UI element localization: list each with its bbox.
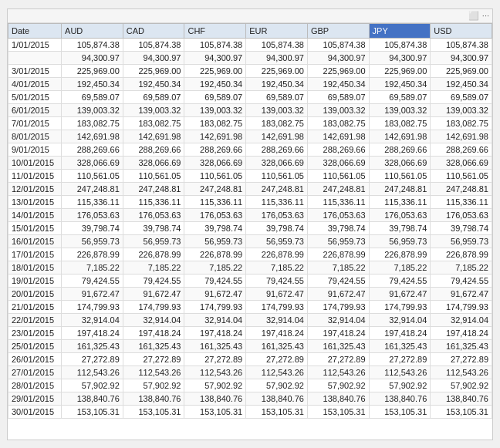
cell-28-6: 153,105.31 [369, 405, 431, 418]
cell-7-1: 142,691.98 [62, 130, 123, 143]
cell-18-6: 79,424.55 [369, 274, 431, 287]
cell-22-4: 197,418.24 [246, 326, 308, 339]
col-header-gbp[interactable]: GBP [307, 23, 369, 38]
cell-22-6: 197,418.24 [369, 326, 431, 339]
col-header-usd[interactable]: USD [431, 23, 492, 38]
cell-14-7: 39,798.74 [431, 221, 492, 234]
col-header-date[interactable]: Date [8, 23, 62, 38]
cell-27-3: 138,840.76 [184, 392, 246, 405]
cell-0-5: 105,874.38 [307, 38, 369, 51]
table-row: 6/01/2015139,003.32139,003.32139,003.321… [8, 103, 492, 116]
cell-17-2: 7,185.22 [123, 261, 184, 274]
cell-9-3: 328,066.69 [184, 156, 246, 169]
cell-26-1: 57,902.92 [62, 379, 123, 392]
cell-19-7: 91,672.47 [431, 287, 492, 300]
table-row: 29/01/2015138,840.76138,840.76138,840.76… [8, 392, 492, 405]
cell-6-4: 183,082.75 [246, 116, 308, 130]
col-header-aud[interactable]: AUD [62, 23, 123, 38]
cell-4-6: 69,589.07 [369, 90, 431, 103]
cell-28-5: 153,105.31 [307, 405, 369, 418]
cell-7-3: 142,691.98 [184, 130, 246, 143]
cell-14-6: 39,798.74 [369, 221, 431, 234]
cell-2-1: 225,969.00 [62, 64, 123, 77]
table-row: 23/01/2015197,418.24197,418.24197,418.24… [8, 326, 492, 339]
cell-11-2: 247,248.81 [123, 182, 184, 195]
cell-12-5: 115,336.11 [307, 195, 369, 208]
cell-5-1: 139,003.32 [62, 103, 123, 116]
col-header-chf[interactable]: CHF [184, 23, 246, 38]
cell-2-5: 225,969.00 [307, 64, 369, 77]
cell-21-0: 22/01/2015 [8, 313, 62, 326]
cell-20-3: 174,799.93 [184, 300, 246, 313]
col-header-cad[interactable]: CAD [123, 23, 184, 38]
table-row: 3/01/2015225,969.00225,969.00225,969.002… [8, 64, 492, 77]
cell-11-6: 247,248.81 [369, 182, 431, 195]
table-row: 18/01/20157,185.227,185.227,185.227,185.… [8, 261, 492, 274]
cell-10-1: 110,561.05 [62, 169, 123, 182]
cell-1-7: 94,300.97 [431, 51, 492, 64]
cell-7-4: 142,691.98 [246, 130, 308, 143]
cell-25-6: 112,543.26 [369, 365, 431, 379]
cell-19-5: 91,672.47 [307, 287, 369, 300]
cell-5-3: 139,003.32 [184, 103, 246, 116]
cell-6-2: 183,082.75 [123, 116, 184, 130]
cell-0-6: 105,874.38 [369, 38, 431, 51]
cell-7-5: 142,691.98 [307, 130, 369, 143]
cell-20-6: 174,799.93 [369, 300, 431, 313]
cell-23-5: 161,325.43 [307, 339, 369, 352]
cell-20-0: 21/01/2015 [8, 300, 62, 313]
cell-22-7: 197,418.24 [431, 326, 492, 339]
cell-2-7: 225,969.00 [431, 64, 492, 77]
cell-0-2: 105,874.38 [123, 38, 184, 51]
cell-19-2: 91,672.47 [123, 287, 184, 300]
scroll-wrapper[interactable]: DateAUDCADCHFEURGBPJPYUSD 1/01/2015105,8… [8, 23, 492, 440]
cell-2-0: 3/01/2015 [8, 64, 62, 77]
cell-10-0: 11/01/2015 [8, 169, 62, 182]
cell-14-2: 39,798.74 [123, 221, 184, 234]
cell-26-7: 57,902.92 [431, 379, 492, 392]
table-row: 25/01/2015161,325.43161,325.43161,325.43… [8, 339, 492, 352]
cell-8-1: 288,269.66 [62, 143, 123, 156]
cell-3-6: 192,450.34 [369, 77, 431, 90]
cell-16-5: 226,878.99 [307, 248, 369, 261]
cell-21-1: 32,914.04 [62, 313, 123, 326]
cell-24-0: 26/01/2015 [8, 352, 62, 365]
cell-18-7: 79,424.55 [431, 274, 492, 287]
table-row: 4/01/2015192,450.34192,450.34192,450.341… [8, 77, 492, 90]
cell-4-3: 69,589.07 [184, 90, 246, 103]
more-icon[interactable]: ··· [482, 11, 489, 21]
cell-10-6: 110,561.05 [369, 169, 431, 182]
cell-5-5: 139,003.32 [307, 103, 369, 116]
cell-17-6: 7,185.22 [369, 261, 431, 274]
cell-1-5: 94,300.97 [307, 51, 369, 64]
col-header-eur[interactable]: EUR [246, 23, 308, 38]
table-row: 10/01/2015328,066.69328,066.69328,066.69… [8, 156, 492, 169]
cell-0-0: 1/01/2015 [8, 38, 62, 51]
cell-1-4: 94,300.97 [246, 51, 308, 64]
cell-28-3: 153,105.31 [184, 405, 246, 418]
cell-17-0: 18/01/2015 [8, 261, 62, 274]
cell-15-4: 56,959.73 [246, 234, 308, 248]
cell-24-3: 27,272.89 [184, 352, 246, 365]
cell-10-5: 110,561.05 [307, 169, 369, 182]
cell-7-0: 8/01/2015 [8, 130, 62, 143]
table-row: 8/01/2015142,691.98142,691.98142,691.981… [8, 130, 492, 143]
table-row: 1/01/2015105,874.38105,874.38105,874.381… [8, 38, 492, 51]
cell-4-1: 69,589.07 [62, 90, 123, 103]
cell-23-3: 161,325.43 [184, 339, 246, 352]
cell-5-2: 139,003.32 [123, 103, 184, 116]
cell-13-2: 176,053.63 [123, 208, 184, 221]
cell-25-3: 112,543.26 [184, 365, 246, 379]
cell-27-6: 138,840.76 [369, 392, 431, 405]
cell-12-1: 115,336.11 [62, 195, 123, 208]
cell-12-2: 115,336.11 [123, 195, 184, 208]
cell-18-4: 79,424.55 [246, 274, 308, 287]
col-header-jpy[interactable]: JPY [369, 23, 431, 38]
cell-3-7: 192,450.34 [431, 77, 492, 90]
cell-6-3: 183,082.75 [184, 116, 246, 130]
table-row: 21/01/2015174,799.93174,799.93174,799.93… [8, 300, 492, 313]
cell-10-4: 110,561.05 [246, 169, 308, 182]
cell-23-1: 161,325.43 [62, 339, 123, 352]
table-row: 27/01/2015112,543.26112,543.26112,543.26… [8, 365, 492, 379]
resize-icon[interactable]: ⬜ [468, 11, 479, 21]
